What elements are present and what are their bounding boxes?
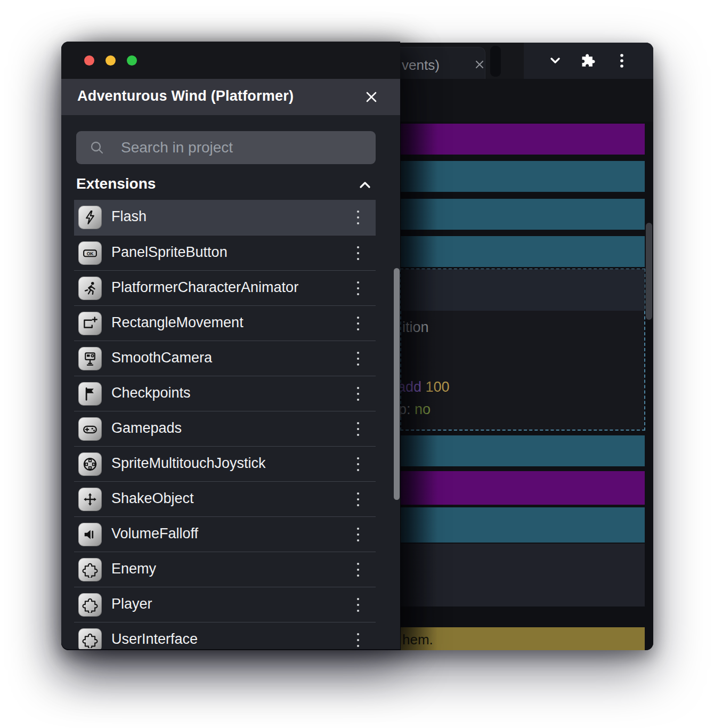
extension-row-flash[interactable]: Flash <box>74 200 376 235</box>
event-action-fragment: add 100 <box>397 379 450 395</box>
event-text-fragment: ition <box>402 319 429 336</box>
extension-label: UserInterface <box>111 631 198 648</box>
event-row[interactable] <box>401 161 645 192</box>
extension-row-gamepads[interactable]: Gamepads <box>74 411 376 446</box>
extensions-section[interactable]: Extensions <box>76 172 376 197</box>
extension-row-volumefalloff[interactable]: VolumeFalloff <box>74 516 376 552</box>
event-row[interactable] <box>401 544 645 606</box>
extension-row-enemy[interactable]: Enemy <box>74 552 376 587</box>
comment-text-fragment: hem. <box>402 632 433 648</box>
kebab-menu-icon[interactable] <box>351 561 366 578</box>
events-scrollbar-thumb[interactable] <box>646 223 652 320</box>
project-manager-drawer: Adventurous Wind (Platformer) Extensions <box>61 42 400 649</box>
gamepad-icon <box>78 417 102 441</box>
kebab-menu-icon[interactable] <box>351 315 366 332</box>
event-row[interactable] <box>401 124 645 155</box>
event-row[interactable] <box>401 507 645 543</box>
extension-row-panelspritebutton[interactable]: OK PanelSpriteButton <box>74 235 376 270</box>
traffic-light-maximize[interactable] <box>127 55 137 66</box>
extension-label: SmoothCamera <box>111 350 212 366</box>
kebab-menu-icon[interactable] <box>351 245 366 262</box>
selected-event-conditions <box>401 269 645 311</box>
traffic-light-minimize[interactable] <box>106 55 116 66</box>
kebab-menu-icon[interactable] <box>351 385 366 402</box>
speaker-icon <box>78 523 102 546</box>
drawer-header: Adventurous Wind (Platformer) <box>61 79 400 115</box>
titlebar-right-controls <box>524 43 653 79</box>
event-row[interactable] <box>401 236 645 267</box>
extension-label: ShakeObject <box>111 490 194 507</box>
kebab-menu-icon[interactable] <box>351 456 366 473</box>
extension-row-player[interactable]: Player <box>74 587 376 622</box>
search-input[interactable] <box>121 131 366 164</box>
extension-row-userinterface[interactable]: UserInterface <box>74 622 376 649</box>
extension-row-rectanglemovement[interactable]: RectangleMovement <box>74 305 376 341</box>
puzzle-icon <box>78 558 102 581</box>
puzzle-icon <box>78 628 102 649</box>
search-icon <box>89 140 105 156</box>
extension-label: Gamepads <box>111 420 182 436</box>
event-param-fragment: p: no <box>399 401 431 418</box>
chevron-up-icon[interactable] <box>358 177 372 192</box>
close-icon[interactable] <box>364 90 379 104</box>
flag-icon <box>78 382 102 406</box>
kebab-menu-icon[interactable] <box>351 632 366 649</box>
joystick-icon <box>78 452 102 476</box>
extension-row-spritemultitouchjoystick[interactable]: SpriteMultitouchJoystick <box>74 446 376 481</box>
svg-text:OK: OK <box>87 251 94 256</box>
rectangle-plus-icon <box>78 312 102 335</box>
extension-label: SpriteMultitouchJoystick <box>111 455 266 472</box>
extensions-puzzle-icon[interactable] <box>578 50 599 71</box>
extension-label: VolumeFalloff <box>111 525 198 542</box>
search-box <box>76 131 376 164</box>
extension-row-platformercharacteranimator[interactable]: PlatformerCharacterAnimator <box>74 270 376 305</box>
tabstrip-end-cap <box>490 46 501 77</box>
kebab-menu-icon[interactable] <box>351 596 366 613</box>
extension-label: Flash <box>111 208 147 225</box>
event-row[interactable] <box>401 435 645 466</box>
tab-close-icon[interactable] <box>473 58 486 71</box>
ok-button-icon: OK <box>78 241 102 265</box>
drawer-scrollbar-thumb[interactable] <box>394 268 400 500</box>
move-arrows-icon <box>78 488 102 511</box>
kebab-menu-icon[interactable] <box>351 209 366 226</box>
chevron-down-icon[interactable] <box>545 50 566 71</box>
kebab-menu-icon[interactable] <box>351 350 366 367</box>
kebab-menu-icon[interactable] <box>351 526 366 543</box>
extension-label: RectangleMovement <box>111 314 244 331</box>
selected-event[interactable]: ition add 100 p: no <box>401 269 645 430</box>
extension-label: Player <box>111 596 152 612</box>
kebab-menu-icon[interactable] <box>611 50 632 71</box>
extension-row-smoothcamera[interactable]: SmoothCamera <box>74 341 376 376</box>
traffic-light-close[interactable] <box>84 55 94 66</box>
extension-label: Enemy <box>111 561 156 577</box>
camera-icon <box>78 347 102 370</box>
event-row[interactable] <box>401 471 645 505</box>
extension-label: Checkpoints <box>111 385 191 401</box>
event-row-comment[interactable]: hem. <box>401 627 645 650</box>
runner-icon <box>78 277 102 300</box>
extension-row-shakeobject[interactable]: ShakeObject <box>74 481 376 516</box>
kebab-menu-icon[interactable] <box>351 280 366 297</box>
extension-row-checkpoints[interactable]: Checkpoints <box>74 376 376 411</box>
flash-icon <box>78 206 102 229</box>
kebab-menu-icon[interactable] <box>351 420 366 438</box>
events-tab-label: vents) <box>402 57 440 74</box>
drawer-titlebar <box>61 42 400 79</box>
event-row[interactable] <box>401 199 645 230</box>
section-title: Extensions <box>76 175 156 192</box>
kebab-menu-icon[interactable] <box>351 491 366 508</box>
extensions-list: Flash OK PanelSpriteButton PlatformerCha… <box>74 200 376 649</box>
project-title: Adventurous Wind (Platformer) <box>77 88 294 104</box>
extension-label: PanelSpriteButton <box>111 244 228 261</box>
puzzle-icon <box>78 593 102 617</box>
screenshot-stage: vents) <box>0 0 714 728</box>
extension-label: PlatformerCharacterAnimator <box>111 279 298 296</box>
